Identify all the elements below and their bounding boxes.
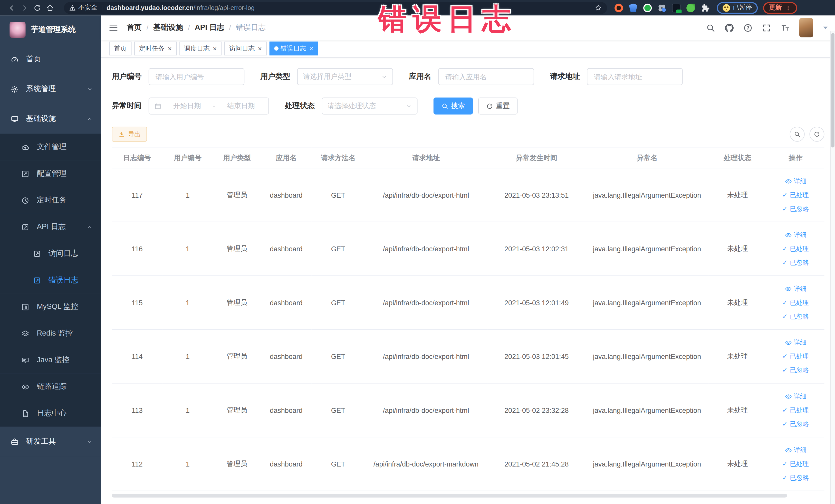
cell-app: dashboard: [261, 276, 312, 330]
action-detail[interactable]: 详细: [785, 445, 807, 455]
close-icon[interactable]: ×: [309, 45, 313, 52]
user-type-select[interactable]: 请选择用户类型: [297, 68, 393, 85]
tab-access-log[interactable]: 访问日志×: [224, 42, 267, 56]
breadcrumb-item-infrastructure[interactable]: 基础设施: [153, 23, 183, 32]
cell-user_type: 管理员: [213, 168, 261, 222]
cloud-icon: [21, 143, 29, 151]
reset-button[interactable]: 重置: [478, 98, 518, 115]
action-processed[interactable]: ✓已处理: [782, 406, 809, 415]
action-ignored[interactable]: ✓已忽略: [782, 366, 809, 375]
action-detail[interactable]: 详细: [785, 284, 807, 293]
action-processed[interactable]: ✓已处理: [782, 459, 809, 468]
app-name-input[interactable]: [438, 68, 534, 85]
sidebar-item-infrastructure[interactable]: 基础设施: [0, 104, 101, 134]
forward-icon[interactable]: [18, 1, 31, 14]
process-status-select[interactable]: 请选择处理状态: [322, 98, 418, 115]
action-detail[interactable]: 详细: [785, 177, 807, 186]
sidebar-item-trace[interactable]: 链路追踪: [0, 373, 101, 400]
column-header-ops: 操作: [767, 148, 824, 168]
sidebar-item-error-log[interactable]: 错误日志: [0, 267, 101, 294]
refresh-button[interactable]: [809, 127, 824, 142]
sidebar-item-config-management[interactable]: 配置管理: [0, 160, 101, 187]
tab-schedule-log[interactable]: 调度日志×: [179, 42, 222, 56]
bookmark-star-icon[interactable]: [595, 4, 602, 11]
github-icon[interactable]: [725, 23, 734, 32]
exception-time-range-picker[interactable]: 开始日期 - 结束日期: [149, 98, 269, 115]
action-detail[interactable]: 详细: [785, 230, 807, 239]
sidebar-item-scheduled-tasks[interactable]: 定时任务: [0, 187, 101, 214]
sidebar-item-java-monitor[interactable]: Java 监控: [0, 347, 101, 374]
extension-icon[interactable]: [658, 3, 666, 12]
extensions-puzzle-icon[interactable]: [701, 3, 709, 12]
process-status-label: 处理状态: [285, 101, 315, 110]
action-ignored[interactable]: ✓已忽略: [782, 473, 809, 482]
user-avatar[interactable]: [799, 18, 813, 38]
user-id-input[interactable]: [149, 68, 244, 85]
action-processed[interactable]: ✓已处理: [782, 298, 809, 307]
sidebar-item-api-log[interactable]: API 日志: [0, 214, 101, 240]
extension-on-icon[interactable]: [672, 3, 680, 12]
sidebar-item-file-management[interactable]: 文件管理: [0, 134, 101, 160]
sidebar-item-log-center[interactable]: 日志中心: [0, 400, 101, 427]
screen-icon: [11, 115, 19, 123]
browser-update-button[interactable]: 更新: [763, 2, 797, 14]
action-detail[interactable]: 详细: [785, 338, 807, 347]
tab-label: 定时任务: [139, 44, 165, 53]
profile-paused-chip[interactable]: 已暂停: [717, 2, 758, 14]
tags-bar: 首页定时任务×调度日志×访问日志×错误日志×: [101, 40, 835, 58]
docedit-icon: [33, 276, 41, 284]
home-icon[interactable]: [44, 1, 57, 14]
tab-error-log[interactable]: 错误日志×: [269, 42, 318, 56]
row-actions: 详细✓已处理✓已忽略: [769, 392, 822, 428]
close-icon[interactable]: ×: [258, 45, 262, 52]
sidebar-item-redis-monitor[interactable]: Redis 监控: [0, 320, 101, 347]
font-size-icon[interactable]: [780, 23, 790, 32]
horizontal-scrollbar[interactable]: [112, 494, 787, 498]
fullscreen-icon[interactable]: [762, 23, 772, 32]
action-ignored[interactable]: ✓已忽略: [782, 258, 809, 267]
caret-down-icon[interactable]: [823, 26, 828, 29]
scrollbar-thumb[interactable]: [831, 33, 834, 148]
close-icon[interactable]: ×: [213, 45, 217, 52]
export-button[interactable]: 导出: [112, 127, 147, 142]
kebab-menu-icon[interactable]: [785, 5, 791, 11]
toggle-search-button[interactable]: [790, 127, 805, 142]
action-detail[interactable]: 详细: [785, 392, 807, 401]
sidebar-item-dev-tools[interactable]: 研发工具: [0, 427, 101, 457]
reload-icon[interactable]: [31, 1, 44, 14]
tab-home[interactable]: 首页: [109, 42, 131, 56]
action-ignored[interactable]: ✓已忽略: [782, 420, 809, 428]
action-ignored[interactable]: ✓已忽略: [782, 204, 809, 213]
close-icon[interactable]: ×: [168, 45, 172, 52]
hamburger-icon[interactable]: [108, 22, 119, 33]
address-bar[interactable]: 不安全 dashboard.yudao.iocoder.cn/infra/log…: [64, 2, 607, 14]
page-scrollbar[interactable]: [830, 31, 835, 504]
process-status-placeholder: 请选择处理状态: [328, 101, 376, 110]
row-actions: 详细✓已处理✓已忽略: [769, 284, 822, 321]
extension-icon[interactable]: [614, 3, 623, 12]
help-icon[interactable]: [744, 23, 753, 32]
breadcrumb-item-home[interactable]: 首页: [127, 23, 142, 32]
eye-icon: [21, 383, 29, 391]
tab-scheduled-tasks[interactable]: 定时任务×: [134, 42, 177, 56]
sidebar-item-home[interactable]: 首页: [0, 44, 101, 74]
request-url-input[interactable]: [587, 68, 683, 85]
sidebar-item-label: 首页: [26, 55, 41, 64]
sidebar-item-access-log[interactable]: 访问日志: [0, 240, 101, 267]
back-icon[interactable]: [5, 1, 18, 14]
sidebar-item-system-management[interactable]: 系统管理: [0, 74, 101, 104]
search-icon[interactable]: [706, 23, 716, 32]
breadcrumb-item-api-log[interactable]: API 日志: [195, 23, 224, 32]
sidebar-item-mysql-monitor[interactable]: MySQL 监控: [0, 294, 101, 320]
action-processed[interactable]: ✓已处理: [782, 244, 809, 253]
action-processed[interactable]: ✓已处理: [782, 352, 809, 361]
app-logo[interactable]: 芋道管理系统: [0, 15, 101, 44]
logo-image: [9, 22, 25, 38]
table-row: 1141管理员dashboardGET/api/infra/db-doc/exp…: [112, 329, 824, 383]
action-processed[interactable]: ✓已处理: [782, 190, 809, 200]
action-ignored[interactable]: ✓已忽略: [782, 312, 809, 321]
search-button[interactable]: 搜索: [433, 98, 473, 115]
extension-icon[interactable]: [643, 3, 652, 12]
extension-icon[interactable]: [629, 3, 637, 12]
extension-icon[interactable]: [686, 3, 695, 12]
